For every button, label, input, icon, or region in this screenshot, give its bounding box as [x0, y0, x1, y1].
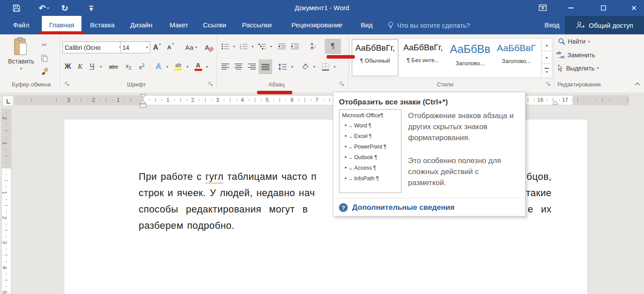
- ribbon-display-options-button[interactable]: [536, 1, 549, 15]
- font-color-button[interactable]: А: [192, 60, 204, 73]
- text-effects-button[interactable]: А: [152, 60, 165, 73]
- tab-insert[interactable]: Вставка: [84, 16, 121, 34]
- superscript-button[interactable]: x2: [136, 60, 148, 73]
- underline-dropdown[interactable]: ▾: [98, 60, 104, 73]
- tab-review[interactable]: Рецензирование: [282, 16, 352, 34]
- find-dropdown-icon[interactable]: ▾: [588, 40, 590, 44]
- change-case-button[interactable]: Аа ▾: [181, 41, 201, 53]
- ruler-tick: [559, 100, 560, 100]
- collapse-ribbon-button[interactable]: [633, 79, 642, 88]
- show-marks-button[interactable]: ¶: [325, 39, 341, 54]
- numbering-button[interactable]: 1 2 3: [238, 40, 250, 53]
- tab-file[interactable]: Файл: [4, 16, 39, 34]
- align-right-button[interactable]: [246, 60, 258, 73]
- select-dropdown-icon[interactable]: ▾: [597, 66, 599, 70]
- styles-more-button[interactable]: ▾: [541, 63, 552, 78]
- bullets-button[interactable]: [219, 40, 232, 53]
- decrease-indent-button[interactable]: [276, 40, 288, 53]
- ruler-tick: [112, 100, 113, 100]
- tell-me-placeholder: Что вы хотите сделать?: [397, 22, 470, 29]
- show-marks-tooltip: Отобразить все знаки (Ctrl+*) Microsoft·…: [333, 92, 526, 216]
- shrink-font-button[interactable]: А ▼: [165, 41, 177, 53]
- highlight-dropdown[interactable]: ▾: [185, 60, 190, 73]
- font-color-dropdown[interactable]: ▾: [204, 60, 210, 73]
- multilevel-list-button[interactable]: [256, 40, 269, 53]
- tab-selector-button[interactable]: [2, 96, 14, 106]
- underline-button[interactable]: Ч: [86, 60, 98, 73]
- font-size-dropdown-icon[interactable]: ▾: [146, 45, 148, 49]
- line-spacing-button[interactable]: [276, 60, 290, 73]
- vertical-ruler[interactable]: 2112345: [1, 108, 11, 294]
- styles-scroll-up-button[interactable]: ▴: [541, 38, 552, 52]
- numbering-dropdown[interactable]: ▾: [250, 40, 255, 53]
- ruler-number: 2: [92, 97, 95, 103]
- font-size-combo[interactable]: 14 ▾: [120, 41, 150, 53]
- doc-line-4[interactable]: разберем подробно.: [139, 220, 552, 233]
- tab-layout[interactable]: Макет: [162, 16, 196, 34]
- font-color-icon: А: [196, 63, 200, 68]
- paste-button[interactable]: Вставить ▾: [5, 37, 37, 71]
- styles-scroll-down-button[interactable]: ▾: [541, 51, 552, 64]
- indent-markers[interactable]: [140, 94, 147, 108]
- paste-dropdown-icon[interactable]: ▾: [20, 67, 22, 71]
- style-heading2[interactable]: АаБбВвГ Заголово...: [494, 39, 538, 75]
- ruler-tick: [81, 98, 81, 102]
- tab-references[interactable]: Ссылки: [198, 16, 231, 34]
- align-left-button[interactable]: [219, 60, 232, 73]
- justify-button[interactable]: [259, 60, 272, 74]
- style-heading1[interactable]: АаБбВв Заголово...: [448, 39, 493, 75]
- font-name-value: Calibri (Осно: [65, 44, 101, 51]
- close-button[interactable]: ✕: [627, 1, 640, 15]
- ruler-tick: [174, 100, 175, 100]
- right-indent-marker[interactable]: [552, 100, 559, 105]
- paragraph-group-label: Абзац: [219, 81, 334, 88]
- tab-mailings[interactable]: Рассылки: [234, 16, 280, 34]
- align-center-button[interactable]: [232, 60, 245, 73]
- grow-font-icon: А: [153, 43, 158, 52]
- tab-design[interactable]: Дизайн: [123, 16, 159, 34]
- copy-icon: [41, 55, 48, 62]
- line-spacing-dropdown[interactable]: ▾: [290, 60, 295, 73]
- sign-in-button[interactable]: Вход: [539, 16, 565, 34]
- bullets-dropdown[interactable]: ▾: [232, 40, 237, 53]
- grow-font-button[interactable]: А ▲: [151, 41, 164, 53]
- shading-button[interactable]: [298, 60, 312, 73]
- cut-scissors-icon: ✂: [42, 41, 48, 49]
- horizontal-ruler[interactable]: 32112345671617: [15, 95, 629, 105]
- multilevel-dropdown[interactable]: ▾: [269, 40, 274, 53]
- bold-button[interactable]: Ж: [62, 60, 74, 73]
- misspelled-word[interactable]: гугл: [206, 171, 224, 182]
- tell-me-box[interactable]: Что вы хотите сделать?: [387, 16, 470, 34]
- subscript-button[interactable]: x2: [122, 60, 135, 73]
- maximize-button[interactable]: [597, 1, 610, 15]
- highlight-button[interactable]: ab: [172, 60, 185, 73]
- title-bar: ↶ ▾ ↻ ▾ Документ1 - Word: [0, 0, 644, 16]
- window-controls: ✕: [536, 0, 644, 16]
- select-button[interactable]: Выделить ▾: [557, 64, 599, 72]
- format-painter-brush-icon: [41, 68, 48, 75]
- learn-more-link[interactable]: Дополнительные сведения: [352, 203, 454, 212]
- italic-button[interactable]: К: [74, 60, 86, 73]
- strikethrough-button[interactable]: abc: [106, 60, 121, 73]
- cut-button[interactable]: ✂: [39, 40, 50, 50]
- clear-formatting-button[interactable]: А: [203, 41, 216, 53]
- borders-dropdown[interactable]: ▾: [332, 60, 337, 73]
- styles-dialog-launcher-icon[interactable]: [545, 81, 551, 87]
- replace-button[interactable]: ab→ac Заменить: [556, 51, 595, 59]
- format-painter-button[interactable]: [39, 66, 50, 77]
- tab-view[interactable]: Вид: [355, 16, 379, 34]
- paragraph-dialog-launcher-icon[interactable]: [339, 81, 345, 87]
- share-button[interactable]: Общий доступ: [565, 16, 644, 34]
- style-no-spacing[interactable]: АаБбВвГг, ¶ Без инте...: [401, 39, 445, 75]
- text-effects-dropdown[interactable]: ▾: [165, 60, 170, 73]
- sort-button[interactable]: А Я ↓: [305, 40, 321, 53]
- minimize-button[interactable]: [564, 1, 578, 15]
- font-name-combo[interactable]: Calibri (Осно ▾: [63, 41, 123, 53]
- superscript-icon: x2: [139, 63, 145, 71]
- borders-button[interactable]: [319, 60, 332, 73]
- shading-dropdown[interactable]: ▾: [312, 60, 317, 73]
- copy-button[interactable]: [39, 53, 50, 63]
- style-normal[interactable]: АаБбВвГг, ¶ Обычный: [352, 39, 398, 76]
- find-button[interactable]: Найти ▾: [558, 38, 590, 45]
- increase-indent-button[interactable]: [289, 40, 301, 53]
